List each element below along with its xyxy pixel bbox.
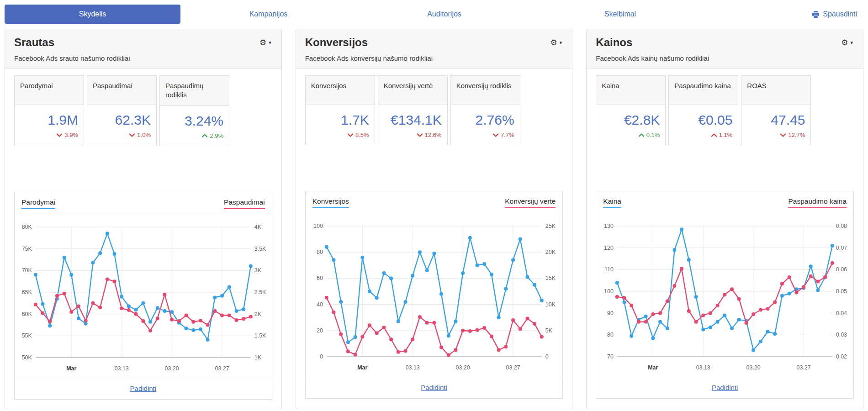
chart-legend: Konversijos Konversijų vertė [306,191,563,213]
svg-text:20: 20 [317,327,323,334]
kpi-delta-value: 1.1% [719,132,733,138]
expand-chart-link[interactable]: Padidinti [712,384,738,391]
legend-kaina[interactable]: Kaina [603,197,621,208]
kpi-card-paspaudimai: Paspaudimai 62.3K 1.0% [87,75,157,146]
svg-text:55K: 55K [22,332,32,339]
kpi-delta: 2.9% [165,132,223,139]
svg-text:80: 80 [317,249,323,255]
svg-text:90: 90 [607,310,614,316]
panel-konversijos: Konversijos ⚙ ▾ Facebook Ads konversijų … [296,29,573,409]
kpi-delta: 3.9% [20,132,78,138]
svg-text:60: 60 [317,275,323,281]
print-label: Spausdinti [823,10,857,18]
kpi-delta-value: 3.9% [64,132,78,138]
svg-text:0.03: 0.03 [836,332,847,338]
panel-body: Kaina €2.8K 0.1% Paspaudimo kaina €0.05 [587,68,863,408]
caret-down-icon: ▾ [850,40,853,45]
panel-title: Srautas [14,36,54,49]
tab-auditorijos[interactable]: Auditorijos [356,5,532,24]
trend-down-icon [417,133,423,137]
svg-text:03.27: 03.27 [506,364,520,371]
svg-text:03.27: 03.27 [215,365,229,371]
tab-kampanijos[interactable]: Kampanijos [180,5,356,24]
kpi-delta: 12.7% [747,132,805,138]
svg-text:65K: 65K [22,289,32,295]
kpi-value: 1.7K [311,112,369,127]
printer-icon [812,11,820,18]
expand-chart-link[interactable]: Padidinti [130,385,157,392]
svg-text:03.20: 03.20 [455,364,470,371]
svg-text:120: 120 [604,245,614,251]
kpi-value: 2.76% [456,112,514,127]
svg-text:Mar: Mar [648,364,658,371]
kpi-label: Paspaudimų rodiklis [165,82,203,99]
kpi-value: €134.1K [384,112,442,127]
kpi-delta: 1.0% [93,132,151,138]
kpi-card-paspaudimo-kaina: Paspaudimo kaina €0.05 1.1% [668,75,738,145]
kpi-label: Kaina [602,82,619,90]
svg-text:10K: 10K [545,301,556,308]
svg-text:110: 110 [604,266,614,273]
legend-konversiju-verte[interactable]: Konversijų vertė [505,197,556,208]
svg-text:0.08: 0.08 [836,223,847,229]
main-nav: Skydelis Kampanijos Auditorijos Skelbima… [0,2,868,26]
tab-skydelis[interactable]: Skydelis [5,5,180,24]
dashboard: Srautas ⚙ ▾ Facebook Ads srauto našumo r… [0,26,868,409]
trend-down-icon [780,133,786,137]
kpi-delta: 12.6% [384,132,442,138]
kpi-value: 47.45 [747,112,805,127]
kpi-card-roas: ROAS 47.45 12.7% [741,75,811,145]
kpi-row: Konversijos 1.7K 8.5% Konversijų vertė €… [305,75,563,145]
svg-text:03.13: 03.13 [696,364,710,371]
kpi-delta: 0.1% [602,132,660,138]
svg-text:50K: 50K [22,354,32,360]
kpi-delta-value: 8.5% [355,132,369,138]
chart-footer: Padidinti [15,378,272,399]
kpi-label: Konversijų rodiklis [456,82,512,90]
gear-icon: ⚙ [259,39,266,47]
chart-card: Konversijos Konversijų vertė Mar03.1303.… [305,191,563,399]
kpi-value: €0.05 [674,112,732,127]
gear-icon: ⚙ [550,39,557,47]
kpi-card-parodymai: Parodymai 1.9M 3.9% [14,75,84,146]
trend-down-icon [129,133,135,137]
panel-heading: Kainos ⚙ ▾ Facebook Ads kainų našumo rod… [587,29,863,68]
chart-card: Parodymai Paspaudimai Mar03.1303.2003.27… [14,192,272,400]
kpi-delta-value: 7.7% [501,132,514,138]
expand-chart-link[interactable]: Padidinti [421,384,447,391]
svg-text:130: 130 [604,223,614,229]
kpi-value: €2.8K [602,112,660,127]
svg-text:03.27: 03.27 [797,364,811,371]
svg-text:40: 40 [317,301,323,308]
kpi-delta: 7.7% [456,132,514,138]
panel-title: Konversijos [305,36,368,49]
legend-paspaudimai[interactable]: Paspaudimai [224,198,265,209]
svg-text:75K: 75K [22,245,32,252]
legend-parodymai[interactable]: Parodymai [21,198,55,209]
svg-text:70: 70 [607,353,614,360]
print-button[interactable]: Spausdinti [708,10,863,18]
trend-up-icon [201,133,208,138]
panel-subtitle: Facebook Ads kainų našumo rodikliai [596,54,854,62]
panel-settings-button[interactable]: ⚙ ▾ [840,36,854,49]
nav-tabs: Skydelis Kampanijos Auditorijos Skelbima… [5,5,708,24]
panel-settings-button[interactable]: ⚙ ▾ [550,36,563,49]
legend-paspaudimo-kaina[interactable]: Paspaudimo kaina [788,197,847,208]
panel-srautas: Srautas ⚙ ▾ Facebook Ads srauto našumo r… [5,29,282,409]
kpi-card-konversiju-verte: Konversijų vertė €134.1K 12.6% [378,75,448,145]
svg-text:0.06: 0.06 [836,266,847,273]
panel-body: Konversijos 1.7K 8.5% Konversijų vertė €… [296,68,572,408]
tab-skelbimai[interactable]: Skelbimai [532,5,708,24]
svg-text:100: 100 [604,288,614,295]
svg-text:Mar: Mar [66,365,76,371]
panel-subtitle: Facebook Ads srauto našumo rodikliai [14,54,272,62]
kpi-label: Parodymai [20,82,53,90]
svg-text:1K: 1K [254,354,262,360]
panel-settings-button[interactable]: ⚙ ▾ [259,36,272,49]
svg-text:3K: 3K [254,267,262,274]
svg-text:3.5K: 3.5K [254,245,266,252]
legend-konversijos[interactable]: Konversijos [312,197,349,208]
svg-text:80: 80 [607,332,614,338]
conversions-line-chart: Mar03.1303.2003.2700205K4010K6015K8020K1… [306,217,563,377]
gear-icon: ⚙ [841,39,848,47]
